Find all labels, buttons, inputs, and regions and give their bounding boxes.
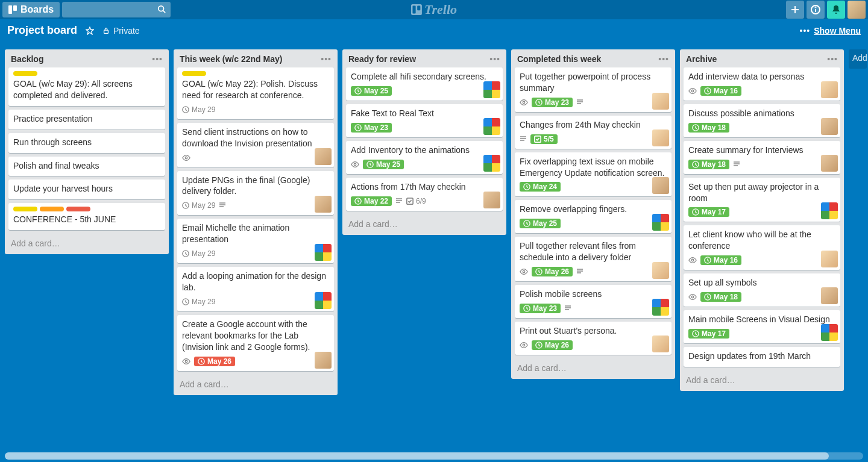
list-menu-button[interactable]: •••	[152, 54, 163, 64]
boards-button[interactable]: Boards	[2, 2, 60, 17]
card[interactable]: Set up then put away projector in a room…	[684, 178, 840, 222]
card[interactable]: Fix overlapping text issue on mobile Eme…	[515, 152, 671, 197]
app-logo[interactable]: Trello	[411, 2, 457, 17]
member-avatar[interactable]	[652, 93, 669, 110]
list-menu-button[interactable]: •••	[658, 54, 669, 64]
member-avatar[interactable]	[652, 214, 669, 231]
cards-container[interactable]: GOAL (w/c May 22): Polish. Discuss need …	[174, 67, 338, 375]
card[interactable]: Update PNGs in the final (Google) delive…	[177, 171, 334, 216]
notifications-button[interactable]	[827, 1, 845, 19]
card[interactable]: GOAL (w/c May 29): All screens completed…	[8, 67, 165, 106]
member-avatar[interactable]	[483, 118, 500, 135]
member-avatar[interactable]	[315, 148, 332, 165]
card[interactable]: Run through screens	[8, 133, 165, 153]
list-menu-button[interactable]: •••	[489, 54, 500, 64]
card-title: Put together powerpoint of process summa…	[520, 71, 667, 94]
list-title[interactable]: Archive	[686, 54, 827, 64]
list-menu-button[interactable]: •••	[321, 54, 332, 64]
add-list-button[interactable]: Add	[849, 49, 867, 69]
member-avatar[interactable]	[821, 324, 838, 341]
horizontal-scrollbar[interactable]	[5, 452, 863, 460]
card[interactable]: Let client know who will be at the confe…	[684, 225, 840, 270]
add-card-button[interactable]: Add a card…	[5, 234, 169, 254]
member-avatar[interactable]	[821, 155, 838, 172]
card-badges: May 226/9	[351, 195, 498, 207]
due-date-badge: May 22	[351, 196, 392, 206]
card[interactable]: Changes from 24th May checkin5/5	[515, 116, 671, 149]
due-date-badge: May 23	[532, 98, 573, 107]
card-title: Update your harvest hours	[13, 183, 160, 195]
add-card-button[interactable]: Add a card…	[511, 358, 675, 379]
member-avatar[interactable]	[652, 299, 669, 316]
member-avatar[interactable]	[483, 155, 500, 172]
list-title[interactable]: Backlog	[11, 54, 152, 64]
member-avatar[interactable]	[315, 352, 332, 369]
card[interactable]: Set up all symbolsMay 18	[684, 273, 840, 307]
member-avatar[interactable]	[821, 202, 838, 219]
member-avatar[interactable]	[652, 336, 669, 352]
add-card-button[interactable]: Add a card…	[174, 375, 338, 395]
clock-icon	[182, 106, 189, 113]
member-avatar[interactable]	[652, 262, 669, 279]
cards-container[interactable]: GOAL (w/c May 29): All screens completed…	[5, 67, 169, 234]
member-avatar[interactable]	[821, 251, 838, 267]
scrollbar-thumb[interactable]	[5, 452, 829, 460]
member-avatar[interactable]	[315, 196, 332, 213]
list-title[interactable]: Ready for review	[348, 54, 489, 64]
card[interactable]: Add a looping animation for the design l…	[177, 267, 334, 311]
card[interactable]: Pull together relevant files from schedu…	[515, 237, 671, 281]
card[interactable]: Discuss possible animationsMay 18	[684, 104, 840, 137]
card[interactable]: Add interview data to personasMay 16	[684, 67, 840, 101]
board-canvas[interactable]: Backlog•••GOAL (w/c May 29): All screens…	[0, 49, 868, 455]
member-avatar[interactable]	[315, 292, 332, 309]
card[interactable]: Main mobile Screens in Visual DesignMay …	[684, 310, 840, 343]
card[interactable]: Email Michelle the animation presentatio…	[177, 219, 334, 263]
card[interactable]: Fake Text to Real TextMay 23	[346, 104, 503, 137]
search-input[interactable]	[62, 2, 171, 17]
card[interactable]: Remove overlapping fingers.May 25	[515, 200, 671, 233]
star-button[interactable]	[86, 27, 94, 35]
card[interactable]: Actions from 17th May checkinMay 226/9	[346, 178, 503, 211]
card-title: Remove overlapping fingers.	[520, 204, 667, 215]
card[interactable]: CONFERENCE - 5th JUNE	[8, 203, 165, 230]
due-date-badge: May 25	[363, 160, 404, 169]
card[interactable]: Design updates from 19th March	[684, 347, 840, 367]
card[interactable]: Print out Stuart's persona.May 26	[515, 322, 671, 355]
card[interactable]: Add Inventory to the animationsMay 25	[346, 141, 503, 174]
member-avatar[interactable]	[821, 81, 838, 98]
card[interactable]: Complete all hifi secondary screens.May …	[346, 67, 503, 101]
add-card-button[interactable]: Add a card…	[680, 370, 844, 391]
list-title[interactable]: Completed this week	[517, 54, 658, 64]
list-menu-button[interactable]: •••	[827, 54, 838, 64]
member-avatar[interactable]	[652, 130, 669, 146]
card-title: Email Michelle the animation presentatio…	[182, 222, 329, 245]
cards-container[interactable]: Add interview data to personasMay 16Disc…	[680, 67, 844, 370]
board-title[interactable]: Project board	[7, 24, 77, 37]
show-menu-button[interactable]: ••• Show Menu	[800, 26, 861, 36]
card[interactable]: Create summary for InterviewsMay 18	[684, 141, 840, 174]
info-button[interactable]	[807, 1, 825, 19]
member-avatar[interactable]	[315, 244, 332, 261]
cards-container[interactable]: Complete all hifi secondary screens.May …	[342, 67, 506, 214]
member-avatar[interactable]	[821, 118, 838, 135]
member-avatar[interactable]	[652, 177, 669, 194]
create-button[interactable]	[786, 1, 804, 19]
card[interactable]: Polish and final tweaks	[8, 157, 165, 176]
user-avatar[interactable]	[848, 1, 866, 19]
member-avatar[interactable]	[483, 81, 500, 98]
card[interactable]: Create a Google account with the relevan…	[177, 315, 334, 371]
card[interactable]: GOAL (w/c May 22): Polish. Discuss need …	[177, 67, 334, 119]
member-avatar[interactable]	[483, 192, 500, 208]
card[interactable]: Put together powerpoint of process summa…	[515, 67, 671, 112]
list-title[interactable]: This week (w/c 22nd May)	[180, 54, 321, 64]
add-card-button[interactable]: Add a card…	[342, 214, 506, 235]
member-avatar[interactable]	[821, 287, 838, 304]
visibility-button[interactable]: Private	[102, 26, 140, 36]
card[interactable]: Update your harvest hours	[8, 179, 165, 199]
check-icon	[534, 136, 541, 143]
card[interactable]: Practice presentation	[8, 110, 165, 130]
cards-container[interactable]: Put together powerpoint of process summa…	[511, 67, 675, 358]
card[interactable]: Polish mobile screensMay 23	[515, 285, 671, 318]
card[interactable]: Send client instructions on how to downl…	[177, 123, 334, 167]
card-title: GOAL (w/c May 29): All screens completed…	[13, 78, 160, 101]
